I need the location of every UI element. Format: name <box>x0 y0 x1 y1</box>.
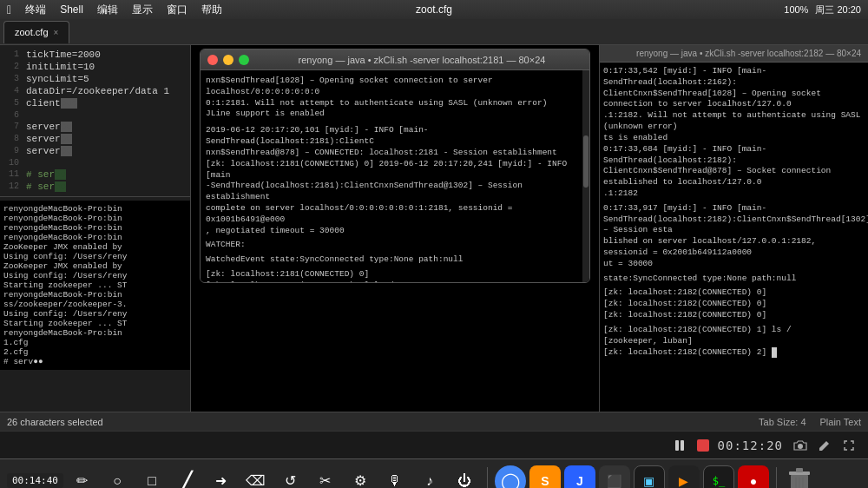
term-line: -SendThread(localhost:2181):ClientCnxnSe… <box>206 181 584 203</box>
rt-line: [zk: localhost:2182(CONNECTED) 0] <box>603 310 865 321</box>
terminal-body[interactable]: nxn$SendThread[1028] – Opening socket co… <box>201 70 589 283</box>
main-area: zoot.cfg × 1 tickTime=2000 2 initLimit=1… <box>0 19 868 431</box>
tab-zootcfg[interactable]: zoot.cfg × <box>3 21 69 43</box>
delete-icon[interactable]: ⌫ <box>240 465 272 489</box>
trash-icon[interactable] <box>784 465 815 489</box>
center-pane[interactable]: renyong — java • zkCli.sh -server localh… <box>191 45 599 412</box>
lt-line: renyongdeMacBook-Pro:bin <box>3 233 187 242</box>
lt-line: Starting zookeeper ... ST <box>3 280 187 290</box>
menubar-title: zoot.cfg <box>416 3 452 16</box>
stop-button[interactable] <box>697 439 709 452</box>
lt-line: # serv●● <box>3 357 187 366</box>
rt-line: ClientCnxn$SendThread[1028] – Opening so… <box>603 89 865 111</box>
rt-line: 0:17:33,684 [myid:] - INFO [main-SendThr… <box>603 144 865 167</box>
expand-icon[interactable] <box>840 437 858 454</box>
lt-line: renyongdeMacBook-Pro:bin <box>3 204 187 214</box>
apple-menu[interactable]:  <box>7 3 11 16</box>
rt-line: 0:17:33,917 [myid:] - INFO [main-SendThr… <box>603 203 865 236</box>
code-line-2: 2 initLimit=10 <box>0 61 190 73</box>
tab-size-status: Tab Size: 4 <box>759 417 806 427</box>
svg-point-2 <box>798 444 803 449</box>
rt-line: [zk: localhost:2182(CONNECTED) 1] ls / <box>603 325 865 336</box>
lt-line: ss/zookeeper/zookeeper-3. <box>3 300 187 309</box>
mic-icon[interactable]: 🎙 <box>379 465 411 489</box>
rt-line: 0:17:33,542 [myid:] - INFO [main-SendThr… <box>603 66 865 89</box>
dock-separator <box>487 467 488 489</box>
rt-line: [zookeeper, luban] <box>603 336 865 347</box>
recording-time: 00:12:20 <box>718 439 783 452</box>
left-pane: 1 tickTime=2000 2 initLimit=10 3 syncLim… <box>0 45 191 412</box>
draw-rect-icon[interactable]: □ <box>136 465 168 489</box>
dock-time: 00:14:40 <box>7 473 63 488</box>
term-line: complete on server localhost/0:0:0:0:0:0… <box>206 203 584 226</box>
code-line-4: 4 dataDir=/zookeeper/data 1 <box>0 85 190 97</box>
svg-rect-5 <box>796 468 803 472</box>
lt-line: renyongdeMacBook-Pro:bin <box>3 328 187 338</box>
rt-line: .1:2182 <box>603 188 865 200</box>
scrollbar-thumb[interactable] <box>583 135 589 188</box>
app-icon-4[interactable]: ● <box>738 465 769 489</box>
lt-line: ZooKeeper JMX enabled by <box>3 261 187 271</box>
menubar:  终端 Shell 编辑 显示 窗口 帮助 zoot.cfg 100% 周三 … <box>0 0 868 19</box>
editor-icon[interactable]: J <box>564 465 595 489</box>
menu-help[interactable]: 帮助 <box>201 3 222 17</box>
term-line: JLine support is enabled <box>206 109 584 120</box>
pause-button[interactable] <box>671 437 688 454</box>
lt-line: 1.cfg <box>3 338 187 347</box>
pencil-icon[interactable] <box>816 437 833 454</box>
tab-close-button[interactable]: × <box>54 28 59 37</box>
chrome-icon[interactable]: ◯ <box>495 465 526 489</box>
app-icon-1[interactable]: ⬛ <box>599 465 630 489</box>
code-line-9: 9 server●● <box>0 145 190 157</box>
power-icon[interactable]: ⏻ <box>449 465 480 489</box>
rt-line: [zk: localhost:2182(CONNECTED) 2] <box>603 347 865 359</box>
term-line: [zk: localhost:2181(CONNECTING) 0] 2019-… <box>206 159 584 181</box>
terminal-icon[interactable]: $_ <box>703 465 734 489</box>
status-bar: 26 characters selected Tab Size: 4 Plain… <box>0 412 868 431</box>
scissors-icon[interactable]: ✂ <box>310 465 341 489</box>
dock: 00:14:40 ✏ ○ □ ╱ ➜ ⌫ ↺ ✂ ⚙ 🎙 ♪ ⏻ ◯ S J ⬛… <box>0 458 868 488</box>
term-line: nxn$SendThread[1028] – Opening socket co… <box>206 76 584 98</box>
sublime-icon[interactable]: S <box>529 465 561 489</box>
draw-circle-icon[interactable]: ○ <box>102 465 133 489</box>
draw-line-icon[interactable]: ╱ <box>171 465 202 489</box>
right-terminal-body[interactable]: 0:17:33,542 [myid:] - INFO [main-SendThr… <box>600 63 868 412</box>
draw-arrow-icon[interactable]: ➜ <box>206 465 237 489</box>
tab-bar: zoot.cfg × <box>0 19 868 45</box>
rt-line: [zk: localhost:2182(CONNECTED) 0] <box>603 287 865 299</box>
minimize-button[interactable] <box>223 55 233 65</box>
maximize-button[interactable] <box>239 55 249 65</box>
terminal-scrollbar[interactable] <box>582 70 589 282</box>
status-right: Tab Size: 4 Plain Text <box>759 417 861 427</box>
menu-window[interactable]: 窗口 <box>167 3 187 17</box>
code-line-11: 11 # ser●● <box>0 168 190 181</box>
volume-icon[interactable]: ♪ <box>414 465 445 489</box>
app-icon-3[interactable]: ▶ <box>668 465 700 489</box>
term-line: WATCHER: <box>206 240 584 251</box>
close-button[interactable] <box>207 55 218 65</box>
menu-display[interactable]: 显示 <box>132 3 153 17</box>
lt-line: renyongdeMacBook-Pro:bin <box>3 290 187 300</box>
svg-rect-0 <box>675 440 679 451</box>
menu-edit[interactable]: 编辑 <box>97 3 118 17</box>
battery-status: 100% <box>784 4 808 15</box>
left-terminal: renyongdeMacBook-Pro:bin renyongdeMacBoo… <box>0 201 190 370</box>
lt-line: Using config: /Users/reny <box>3 309 187 319</box>
term-line: , negotiated timeout = 30000 <box>206 226 584 237</box>
term-line: 0:1:2181. Will not attempt to authentica… <box>206 98 584 109</box>
recording-icons <box>792 437 858 454</box>
settings-icon[interactable]: ⚙ <box>345 465 376 489</box>
rt-line: [zk: localhost:2182(CONNECTED) 0] <box>603 299 865 310</box>
camera-icon[interactable] <box>792 437 809 454</box>
menu-terminal[interactable]: 终端 <box>25 3 46 17</box>
term-line: nxn$SendThread@878] – CONNECTED: localho… <box>206 148 584 159</box>
menu-shell[interactable]: Shell <box>60 3 83 16</box>
draw-pencil-icon[interactable]: ✏ <box>67 465 98 489</box>
undo-icon[interactable]: ↺ <box>275 465 306 489</box>
term-line: [zk: localhost:2181(CONNECTED) 0] <box>206 269 584 280</box>
code-line-10: 10 <box>0 157 190 168</box>
lt-line: Using config: /Users/reny <box>3 252 187 261</box>
main-terminal-window[interactable]: renyong — java • zkCli.sh -server localh… <box>200 49 590 283</box>
recording-bar: 00:12:20 <box>0 431 868 458</box>
app-icon-2[interactable]: ▣ <box>634 465 665 489</box>
